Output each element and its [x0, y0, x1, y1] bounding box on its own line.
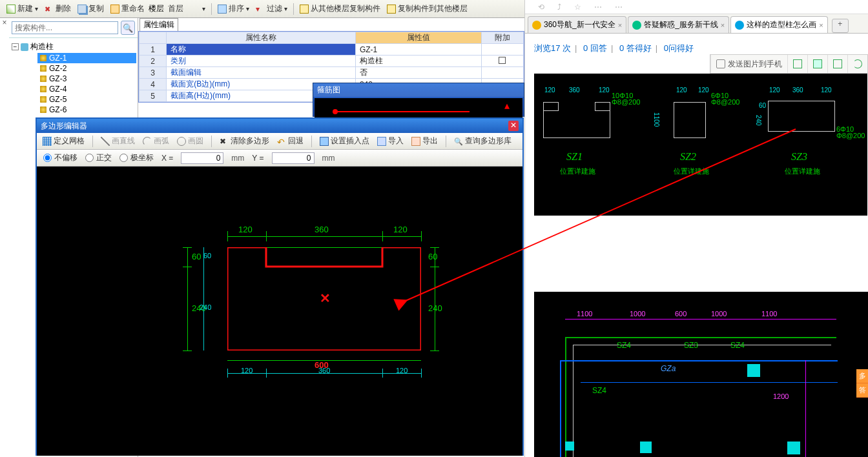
bullet-icon — [40, 96, 46, 103]
search-icon — [454, 137, 463, 146]
tab-close-icon[interactable]: × — [721, 21, 725, 29]
circle-icon — [177, 137, 186, 146]
dim-l60c: 60 — [203, 252, 211, 259]
browser-tab[interactable]: 这样的造型柱怎么画× — [730, 16, 827, 33]
import-icon — [377, 137, 386, 146]
dim-b120l: 120 — [241, 367, 253, 374]
tab-close-icon[interactable]: × — [819, 21, 823, 29]
prop-row[interactable]: 1名称GZ-1 — [140, 44, 524, 56]
browser-tab[interactable]: 答疑解惑_服务新干线× — [628, 16, 729, 33]
undo-icon — [277, 137, 286, 146]
draw-arc-button[interactable]: 画弧 — [141, 134, 171, 148]
no-offset-radio[interactable]: 不偏移 — [43, 152, 78, 163]
delete-button[interactable]: 删除 — [42, 2, 74, 15]
export-button[interactable]: 导出 — [409, 134, 440, 148]
browser-panel: ⟲⤴☆⋯⋯ 360导航_新一代安全×答疑解惑_服务新干线×这样的造型柱怎么画×+… — [524, 0, 868, 457]
export-icon — [411, 137, 420, 146]
new-icon — [6, 5, 16, 14]
polygon-titlebar[interactable]: 多边形编辑器 ✕ — [37, 119, 522, 133]
copy-to-floor-button[interactable]: 复制构件到其他楼层 — [384, 2, 470, 15]
dim-top-right: 120 — [393, 225, 408, 234]
import-button[interactable]: 导入 — [375, 134, 406, 148]
polygon-canvas[interactable]: 120 360 120 60 240 60 240 60 240 600 — [37, 167, 522, 456]
image-action-bar: 发送图片到手机 — [710, 54, 868, 74]
copy-from-icon — [300, 5, 309, 14]
search-input[interactable] — [12, 21, 118, 34]
tree-item-label: GZ-1 — [49, 54, 67, 63]
floor-select[interactable]: 首层▾ — [165, 2, 208, 15]
tree-item-label: GZ-4 — [49, 85, 67, 94]
collapse-icon[interactable]: − — [12, 43, 19, 50]
copy-from-floor-button[interactable]: 从其他楼层复制构件 — [297, 2, 383, 15]
dim-top-mid: 360 — [315, 225, 329, 234]
fullscreen-button[interactable] — [787, 55, 807, 73]
clear-icon — [220, 137, 229, 146]
y-unit: mm — [322, 154, 335, 163]
undo-button[interactable]: 回退 — [275, 134, 305, 148]
clear-polygon-button[interactable]: 清除多边形 — [218, 134, 271, 148]
property-tab[interactable]: 属性编辑 — [140, 18, 178, 31]
tree-item-GZ-1[interactable]: GZ-1 — [37, 53, 136, 63]
y-label: Y = — [252, 154, 264, 163]
rename-icon — [110, 5, 119, 14]
favicon-icon — [735, 21, 744, 30]
query-library-button[interactable]: 查询多边形库 — [452, 134, 513, 148]
new-tab-button[interactable]: + — [832, 19, 849, 33]
polygon-title-text: 多边形编辑器 — [41, 121, 87, 132]
send-to-phone-button[interactable]: 发送图片到手机 — [710, 55, 787, 73]
prop-row[interactable]: 3截面编辑否 — [140, 67, 524, 79]
tree: − 构造柱 GZ-1GZ-2GZ-3GZ-4GZ-5GZ-6 — [9, 38, 138, 117]
define-grid-button[interactable]: 定义网格 — [41, 134, 87, 148]
tree-item-GZ-2[interactable]: GZ-2 — [37, 63, 136, 74]
bullet-icon — [40, 107, 46, 113]
sort-button[interactable]: 排序▾ — [215, 2, 252, 15]
rotate-button[interactable] — [847, 55, 867, 73]
phone-icon — [716, 59, 725, 68]
insertion-point-icon: ✕ — [320, 290, 331, 306]
share-icon — [833, 59, 842, 68]
bullet-icon — [40, 65, 46, 72]
set-insert-point-button[interactable]: 设置插入点 — [318, 134, 371, 148]
tab-label: 这样的造型柱怎么画 — [747, 19, 816, 30]
insert-point-icon — [320, 137, 329, 146]
y-input[interactable] — [272, 152, 315, 164]
close-icon[interactable]: ✕ — [508, 121, 519, 131]
copy-button[interactable]: 复制 — [75, 2, 107, 15]
download-button[interactable] — [807, 55, 827, 73]
floor-label: 楼层 — [149, 3, 164, 14]
rename-button[interactable]: 重命名 — [108, 2, 147, 15]
draw-line-button[interactable]: 画直线 — [99, 134, 137, 148]
tab-close-icon[interactable]: × — [618, 21, 622, 29]
tree-item-GZ-5[interactable]: GZ-5 — [37, 94, 136, 105]
rebar-window: 箍筋图 ▴ — [313, 83, 524, 117]
draw-circle-button[interactable]: 画圆 — [175, 134, 205, 148]
panel-close-x[interactable]: × — [0, 18, 9, 27]
polygon-toolbar: 定义网格 画直线 画弧 画圆 清除多边形 回退 设置插入点 导入 导出 查询多边… — [37, 133, 522, 150]
copy-icon — [78, 5, 87, 14]
tree-item-GZ-6[interactable]: GZ-6 — [37, 105, 136, 115]
line-icon — [101, 137, 110, 146]
tree-root[interactable]: − 构造柱 — [10, 41, 136, 53]
search-button[interactable]: 🔍 — [121, 21, 135, 35]
polar-radio[interactable]: 极坐标 — [119, 152, 154, 163]
tree-item-GZ-4[interactable]: GZ-4 — [37, 84, 136, 94]
checkbox-icon[interactable] — [499, 57, 506, 64]
delete-icon — [45, 5, 54, 14]
filter-button[interactable]: 过滤▾ — [253, 2, 290, 15]
prop-row[interactable]: 2类别构造柱 — [140, 56, 524, 67]
share-button[interactable] — [827, 55, 847, 73]
col-name: 属性名称 — [167, 32, 356, 44]
sort-icon — [218, 5, 227, 14]
tree-item-GZ-3[interactable]: GZ-3 — [37, 74, 136, 84]
new-button[interactable]: 新建▾ — [4, 2, 41, 15]
browser-tab[interactable]: 360导航_新一代安全× — [528, 16, 626, 33]
tab-label: 答疑解惑_服务新干线 — [644, 19, 718, 30]
x-input[interactable] — [181, 152, 223, 164]
ortho-radio[interactable]: 正交 — [85, 152, 112, 163]
tree-item-label: GZ-6 — [49, 105, 67, 114]
cad-preview-bottom: 1100 1000 600 1000 1100 SZ4 SZ3 SZ4 SZ4 … — [534, 292, 868, 457]
side-orange-buttons[interactable]: 多答 — [856, 369, 868, 398]
dim-top-left: 120 — [238, 225, 253, 234]
folder-icon — [21, 43, 28, 51]
x-label: X = — [161, 154, 173, 163]
